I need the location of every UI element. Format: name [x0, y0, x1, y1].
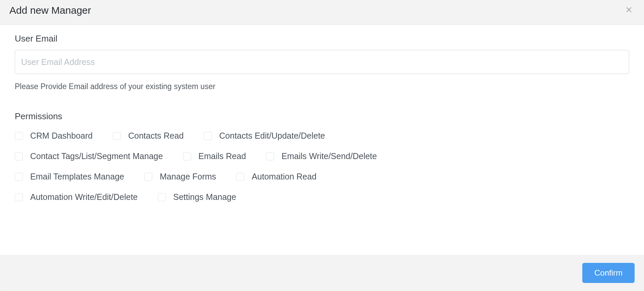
permissions-grid: CRM DashboardContacts ReadContacts Edit/… — [15, 131, 629, 202]
checkbox[interactable] — [204, 132, 212, 140]
permission-label: Contact Tags/List/Segment Manage — [30, 151, 163, 161]
permission-emails-write-send-delete[interactable]: Emails Write/Send/Delete — [266, 151, 377, 161]
add-manager-dialog: Add new Manager User Email Please Provid… — [0, 0, 644, 291]
permission-automation-read[interactable]: Automation Read — [236, 172, 316, 181]
permission-settings-manage[interactable]: Settings Manage — [158, 192, 236, 202]
checkbox[interactable] — [15, 152, 23, 160]
close-icon — [625, 6, 633, 14]
permission-contacts-read[interactable]: Contacts Read — [113, 131, 183, 141]
confirm-button[interactable]: Confirm — [582, 263, 635, 283]
checkbox[interactable] — [15, 193, 23, 201]
permission-email-templates-manage[interactable]: Email Templates Manage — [15, 172, 124, 181]
permission-label: Manage Forms — [160, 172, 216, 181]
checkbox[interactable] — [144, 173, 152, 181]
user-email-input[interactable] — [15, 50, 629, 74]
permissions-row: Automation Write/Edit/DeleteSettings Man… — [15, 192, 629, 202]
permission-label: Email Templates Manage — [30, 172, 124, 181]
permission-label: Settings Manage — [173, 192, 236, 202]
close-button[interactable] — [623, 4, 635, 16]
permission-label: Emails Read — [199, 151, 246, 161]
checkbox[interactable] — [113, 132, 121, 140]
permission-contact-tags-list-segment-manage[interactable]: Contact Tags/List/Segment Manage — [15, 151, 163, 161]
checkbox[interactable] — [158, 193, 166, 201]
checkbox[interactable] — [266, 152, 274, 160]
permission-crm-dashboard[interactable]: CRM Dashboard — [15, 131, 93, 141]
permission-label: Emails Write/Send/Delete — [281, 151, 377, 161]
permission-label: Contacts Edit/Update/Delete — [219, 131, 325, 141]
permission-emails-read[interactable]: Emails Read — [183, 151, 246, 161]
permission-manage-forms[interactable]: Manage Forms — [144, 172, 216, 181]
checkbox[interactable] — [15, 173, 23, 181]
dialog-footer: Confirm — [0, 255, 644, 291]
user-email-help: Please Provide Email address of your exi… — [15, 82, 629, 91]
user-email-label: User Email — [15, 33, 629, 44]
permission-contacts-edit-update-delete[interactable]: Contacts Edit/Update/Delete — [204, 131, 325, 141]
dialog-body: User Email Please Provide Email address … — [0, 25, 644, 255]
permission-automation-write-edit-delete[interactable]: Automation Write/Edit/Delete — [15, 192, 138, 202]
permission-label: Automation Write/Edit/Delete — [30, 192, 138, 202]
permissions-row: CRM DashboardContacts ReadContacts Edit/… — [15, 131, 629, 141]
checkbox[interactable] — [183, 152, 191, 160]
permissions-label: Permissions — [15, 111, 629, 122]
checkbox[interactable] — [15, 132, 23, 140]
permission-label: CRM Dashboard — [30, 131, 93, 141]
permissions-row: Email Templates ManageManage FormsAutoma… — [15, 172, 629, 181]
permission-label: Automation Read — [252, 172, 316, 181]
permission-label: Contacts Read — [128, 131, 183, 141]
checkbox[interactable] — [236, 173, 244, 181]
permissions-row: Contact Tags/List/Segment ManageEmails R… — [15, 151, 629, 161]
dialog-header: Add new Manager — [0, 0, 644, 25]
dialog-title: Add new Manager — [9, 5, 91, 16]
